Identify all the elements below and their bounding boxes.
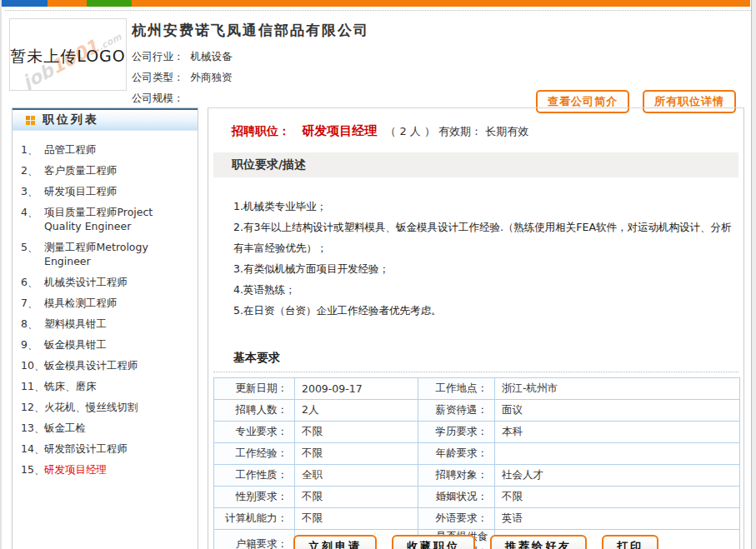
item-number: 6、 xyxy=(21,275,44,289)
print-button[interactable]: 打印 xyxy=(602,535,658,549)
update-date-label: 更新日期： xyxy=(214,378,295,400)
update-date-value: 2009-09-17 xyxy=(295,378,418,400)
item-number: 12、 xyxy=(21,400,44,414)
top-color-bar xyxy=(2,0,750,7)
job-detail-page: job1001.com 暂未上传LOGO 杭州安费诺飞凤通信部品有限公司 公司行… xyxy=(0,0,756,549)
company-logo-placeholder: job1001.com 暂未上传LOGO xyxy=(9,18,127,91)
job-list-item-1[interactable]: 1、品管工程师 xyxy=(21,139,193,160)
item-number: 8、 xyxy=(21,317,44,331)
salary-label: 薪资待遇： xyxy=(418,400,495,422)
job-description-header: 职位要求/描述 xyxy=(213,152,738,177)
recruit-position-label: 招聘职位： xyxy=(232,124,290,137)
table-row: 工作性质： 全职 招聘对象： 社会人才 xyxy=(214,465,740,487)
job-list-item-2[interactable]: 2、客户质量工程师 xyxy=(21,160,193,181)
salary-value: 面议 xyxy=(495,400,740,422)
headcount: （ 2 人 ） xyxy=(385,125,435,137)
company-fields: 公司行业：机械设备 公司类型：外商独资 公司规模： xyxy=(132,46,233,108)
item-number: 1、 xyxy=(21,142,44,157)
major-value: 不限 xyxy=(295,422,418,443)
target-label: 招聘对象： xyxy=(418,465,495,487)
foreign-language-value: 英语 xyxy=(495,508,740,530)
computer-skill-label: 计算机能力： xyxy=(214,508,295,530)
desc-line: 5.在日资（台资）企业工作经验者优先考虑。 xyxy=(233,300,732,321)
gender-value: 不限 xyxy=(295,487,418,508)
desc-line: 3.有类似机械方面项目开发经验； xyxy=(233,258,732,279)
age-label: 年龄要求： xyxy=(418,443,495,465)
item-number: 3、 xyxy=(21,184,44,198)
foreign-language-label: 外语要求： xyxy=(418,508,495,530)
education-label: 学历要求： xyxy=(418,422,495,443)
job-head-line: 招聘职位： 研发项目经理 （ 2 人 ） 有效期： 长期有效 xyxy=(212,120,740,147)
gender-label: 性别要求： xyxy=(214,487,295,508)
size-label: 公司规模： xyxy=(132,92,184,104)
job-list-item-3[interactable]: 3、研发项目工程师 xyxy=(21,181,193,202)
company-header: job1001.com 暂未上传LOGO 杭州安费诺飞凤通信部品有限公司 公司行… xyxy=(2,11,756,104)
type-label: 公司类型： xyxy=(132,71,184,83)
item-label: 钣金模具钳工 xyxy=(44,337,107,352)
marital-label: 婚姻状况： xyxy=(418,487,495,508)
education-value: 本科 xyxy=(495,422,740,443)
desc-line: 2.有3年以上结构设计或塑料模具、钣金模具设计工作经验.（熟练使用相关FEA软件… xyxy=(233,217,732,258)
page-right-edge xyxy=(751,0,756,549)
experience-value: 不限 xyxy=(295,443,418,465)
table-row: 专业要求： 不限 学历要求： 本科 xyxy=(214,422,740,443)
grid-squares-icon xyxy=(26,116,35,125)
item-label: 铣床、磨床 xyxy=(44,379,97,393)
job-title: 研发项目经理 xyxy=(302,123,377,138)
validity: 有效期： 长期有效 xyxy=(438,125,528,137)
company-type-row: 公司类型：外商独资 xyxy=(132,67,233,87)
item-label: 火花机、慢丝线切割 xyxy=(44,400,138,414)
item-number: 11、 xyxy=(21,379,44,393)
job-list-item-6[interactable]: 6、机械类设计工程师 xyxy=(21,272,193,292)
recommend-to-friend-button[interactable]: 推荐给好友 xyxy=(490,535,587,549)
table-row: 性别要求： 不限 婚姻状况： 不限 xyxy=(214,487,740,508)
favorite-job-button[interactable]: 收藏职位 xyxy=(392,535,475,549)
item-number: 5、 xyxy=(21,240,44,268)
basic-requirements-header: 基本要求 xyxy=(233,351,740,366)
item-number: 15、 xyxy=(21,462,44,477)
job-list-item-12[interactable]: 12、火花机、慢丝线切割 xyxy=(21,397,193,417)
job-list-item-8[interactable]: 8、塑料模具钳工 xyxy=(21,313,193,334)
item-label: 研发部设计工程师 xyxy=(44,442,128,456)
headcount-label: 招聘人数： xyxy=(214,400,295,422)
item-label: 研发项目经理 xyxy=(44,462,107,477)
desc-line: 4.英语熟练； xyxy=(233,279,732,300)
item-label: 品管工程师 xyxy=(44,142,97,157)
action-buttons: 立刻申请 收藏职位 推荐给好友 打印 xyxy=(208,535,743,549)
item-label: 项目质量工程师Project Quality Engineer xyxy=(44,205,193,233)
headcount-value: 2人 xyxy=(295,400,418,422)
job-list-item-11[interactable]: 11、铣床、磨床 xyxy=(21,376,193,397)
apply-now-button[interactable]: 立刻申请 xyxy=(293,535,377,549)
job-list-item-13[interactable]: 13、钣金工检 xyxy=(21,417,193,438)
job-list-item-15-active[interactable]: 15、研发项目经理 xyxy=(21,459,193,480)
topbar-orange-segment-long xyxy=(132,0,750,7)
major-label: 专业要求： xyxy=(214,422,295,443)
job-list-item-5[interactable]: 5、测量工程师Metrology Engineer xyxy=(21,237,193,272)
job-list-item-7[interactable]: 7、模具检测工程师 xyxy=(21,292,193,313)
job-list-item-9[interactable]: 9、钣金模具钳工 xyxy=(21,334,193,355)
item-label: 研发项目工程师 xyxy=(44,184,118,198)
work-location-value: 浙江-杭州市 xyxy=(495,378,740,400)
no-logo-text: 暂未上传LOGO xyxy=(10,46,126,67)
job-detail-panel: 招聘职位： 研发项目经理 （ 2 人 ） 有效期： 长期有效 职位要求/描述 1… xyxy=(208,107,744,549)
job-type-label: 工作性质： xyxy=(214,465,295,487)
target-value: 社会人才 xyxy=(495,465,740,487)
desc-line: 1.机械类专业毕业； xyxy=(233,196,732,217)
job-list-title: 职位列表 xyxy=(43,112,99,127)
item-number: 13、 xyxy=(21,421,44,435)
item-number: 7、 xyxy=(21,296,44,310)
work-location-label: 工作地点： xyxy=(418,378,495,400)
job-list-item-14[interactable]: 14、研发部设计工程师 xyxy=(21,438,193,459)
job-list-header: 职位列表 xyxy=(13,108,198,131)
item-number: 14、 xyxy=(21,442,44,456)
job-list-item-10[interactable]: 10、钣金模具设计工程师 xyxy=(21,355,193,376)
table-row: 更新日期： 2009-09-17 工作地点： 浙江-杭州市 xyxy=(214,378,740,400)
job-list-item-4[interactable]: 4、项目质量工程师Project Quality Engineer xyxy=(21,202,193,237)
item-number: 2、 xyxy=(21,163,44,177)
industry-value: 机械设备 xyxy=(191,50,233,62)
experience-label: 工作经验： xyxy=(214,443,295,465)
item-label: 客户质量工程师 xyxy=(44,163,118,177)
company-industry-row: 公司行业：机械设备 xyxy=(132,46,233,67)
marital-value: 不限 xyxy=(495,487,740,508)
table-row: 计算机能力： 不限 外语要求： 英语 xyxy=(214,508,740,530)
